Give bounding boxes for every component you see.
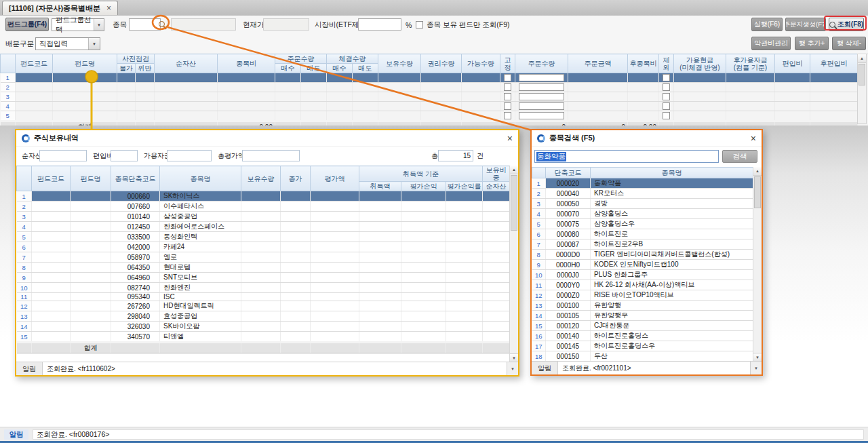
search-result-row[interactable]: 120000Z0RISE 바이오TOP10액티브: [532, 290, 753, 301]
scroll-up-icon[interactable]: ▲: [753, 167, 762, 176]
scrollbar-thumb[interactable]: [859, 64, 865, 85]
search-scrollbar[interactable]: ▲ ▼: [753, 167, 762, 362]
total-eval-input[interactable]: [242, 150, 300, 161]
fixed-checkbox[interactable]: [504, 102, 511, 110]
search-result-row[interactable]: 13000100유한양행: [532, 301, 753, 311]
search-result-row[interactable]: 110000Y0HK 26-12 회사채(AA-이상)액티브: [532, 280, 753, 290]
order-qty-input[interactable]: [519, 112, 564, 119]
search-result-row[interactable]: 16000140하이트진로홀딩스: [532, 331, 753, 341]
holdings-row[interactable]: 12267260HD현대일렉트릭: [17, 301, 510, 311]
holdings-only-checkbox[interactable]: [416, 21, 423, 28]
scrollbar-thumb[interactable]: [754, 176, 761, 208]
market-ratio-input[interactable]: [358, 18, 401, 31]
order-qty-input[interactable]: [519, 83, 564, 91]
fixed-checkbox[interactable]: [504, 74, 511, 81]
fund-group-select[interactable]: 펀드그룹선택 ▼: [52, 18, 104, 31]
search-result-row[interactable]: 90000H0KODEX 인도Nifty미드캡100: [532, 260, 753, 270]
search-result-row[interactable]: 6000080하이트진로: [532, 229, 753, 239]
holdings-row[interactable]: 11095340ISC: [17, 293, 510, 301]
stock-code-cell: 0000D0: [546, 250, 591, 260]
holdings-row[interactable]: 1000660SK하이닉스: [17, 191, 510, 201]
stock-name-cell: 유한양행우: [591, 311, 753, 321]
holdings-row[interactable]: 15340570티앤엘: [17, 332, 510, 343]
add-row-button[interactable]: 행 추가+: [795, 37, 829, 50]
search-dialog-title: 종목검색 (F5): [549, 133, 595, 143]
main-grid-row[interactable]: 5: [1, 111, 858, 121]
holdings-row[interactable]: 5033500동성화인텍: [17, 232, 510, 242]
holdings-row[interactable]: 6042000카페24: [17, 242, 510, 252]
holdings-row[interactable]: 3010140삼성중공업: [17, 212, 510, 222]
fixed-checkbox[interactable]: [504, 112, 511, 119]
search-result-row[interactable]: 100000J0PLUS 한화그룹주: [532, 270, 753, 280]
main-grid-row[interactable]: 4: [1, 102, 858, 111]
delete-row-button[interactable]: 행 삭제-: [832, 37, 866, 50]
order-sheet-button[interactable]: 주문지생성(F7): [785, 18, 826, 31]
chevron-down-icon[interactable]: ▼: [94, 19, 104, 31]
fixed-checkbox[interactable]: [504, 83, 511, 91]
main-grid-scrollbar[interactable]: ▲: [857, 54, 867, 124]
close-icon[interactable]: ×: [751, 134, 756, 143]
fixed-checkbox[interactable]: [504, 93, 511, 100]
nav-input[interactable]: [39, 150, 87, 161]
holdings-row[interactable]: 13298040효성중공업: [17, 311, 510, 322]
scrollbar-thumb[interactable]: [511, 175, 517, 231]
row-number: 15: [17, 332, 32, 343]
order-qty-input[interactable]: [519, 102, 564, 110]
exclude-checkbox[interactable]: [663, 83, 670, 91]
holdings-scrollbar[interactable]: ▲ ▼: [509, 166, 518, 362]
fund-group-button[interactable]: 펀드그룹(F4): [5, 18, 49, 31]
holdings-row[interactable]: 8064350현대로템: [17, 263, 510, 273]
search-result-row[interactable]: 2000040KR모터스: [532, 189, 753, 199]
main-grid-row[interactable]: 3: [1, 92, 858, 102]
chevron-down-icon[interactable]: ▼: [88, 38, 100, 50]
holdings-row[interactable]: 9064960SNT모티브: [17, 273, 510, 283]
main-grid-row[interactable]: 1: [1, 73, 858, 83]
holdings-row[interactable]: 14326030SK바이오팜: [17, 322, 510, 332]
alloc-type-select[interactable]: 직접입력 ▼: [35, 37, 100, 50]
search-result-row[interactable]: 17000145하이트진로홀딩스우: [532, 341, 753, 351]
search-grid-body: 1000020동화약품2000040KR모터스3000050경방4000070삼…: [532, 178, 753, 362]
search-result-row[interactable]: 1000020동화약품: [532, 178, 753, 189]
exclude-checkbox[interactable]: [663, 102, 670, 110]
holdings-row[interactable]: 4012450한화에어로스페이스: [17, 222, 510, 232]
search-result-row[interactable]: 5000075삼양홀딩스우: [532, 219, 753, 229]
search-result-row[interactable]: 14000105유한양행우: [532, 311, 753, 321]
exclude-checkbox[interactable]: [663, 112, 670, 119]
stock-search-icon[interactable]: [159, 21, 165, 27]
close-icon[interactable]: ×: [507, 134, 513, 143]
scroll-up-icon[interactable]: ▲: [510, 166, 518, 174]
order-qty-input[interactable]: [519, 74, 564, 81]
query-button[interactable]: 조회(F8): [829, 18, 864, 31]
exclude-checkbox[interactable]: [663, 74, 670, 81]
exclude-checkbox[interactable]: [663, 93, 670, 100]
holdings-dialog-titlebar[interactable]: 주식보유내역 ×: [16, 130, 518, 147]
search-button[interactable]: 검색: [722, 150, 757, 163]
holdings-row[interactable]: 10082740한화엔진: [17, 283, 510, 293]
run-button[interactable]: 실행(F6): [751, 18, 783, 31]
chevron-down-icon[interactable]: ▼: [750, 362, 762, 374]
search-result-row[interactable]: 7000087하이트진로2우B: [532, 239, 753, 250]
stock-code-input[interactable]: [129, 18, 161, 31]
holdings-row[interactable]: 2007660이수페타시스: [17, 201, 510, 212]
holdings-row[interactable]: 7058970엠로: [17, 252, 510, 263]
search-dialog-titlebar[interactable]: 종목검색 (F5) ×: [532, 130, 762, 147]
stock-search-input[interactable]: 동화약품: [534, 150, 719, 163]
order-qty-input[interactable]: [519, 93, 564, 100]
holdings-grid: 펀드코드 펀드명 종목단축코드 종목명 보유수량 종가 평가액 취득액 기준 보…: [16, 166, 510, 353]
search-result-row[interactable]: 18000150두산: [532, 351, 753, 362]
search-result-row[interactable]: 3000050경방: [532, 199, 753, 209]
inclusion-input[interactable]: [111, 150, 138, 161]
tab-close-icon[interactable]: ×: [106, 4, 111, 12]
chevron-down-icon[interactable]: ▼: [507, 362, 518, 375]
scroll-up-icon[interactable]: ▲: [858, 54, 866, 63]
holdings-status-bar: 알림 조회완료. <fr1110602> ▼: [16, 362, 518, 375]
search-result-row[interactable]: 4000070삼양홀딩스: [532, 209, 753, 219]
fee-mgmt-button[interactable]: 악관비관리: [751, 37, 791, 50]
search-result-row[interactable]: 15000120CJ대한통운: [532, 321, 753, 331]
search-result-row[interactable]: 80000D0TIGER 엔비디아미국채커버드콜밸런스(합성): [532, 250, 753, 260]
stock-name-display: [171, 18, 236, 31]
available-input[interactable]: [167, 150, 212, 161]
header-stock-ratio: 종목비: [218, 54, 275, 73]
window-tab[interactable]: [11106] (자문사)종목별배분 ×: [2, 1, 118, 15]
main-grid-row[interactable]: 2: [1, 83, 858, 92]
